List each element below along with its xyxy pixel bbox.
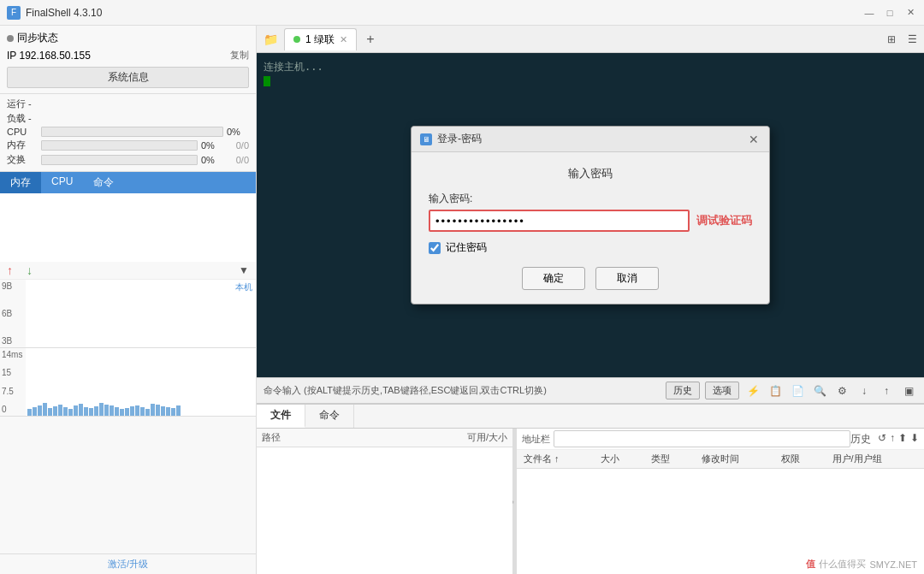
latency-bar-item	[115, 407, 119, 416]
local-file-panel: 路径 可用/大小	[257, 429, 513, 574]
metrics-section: 运行 - 负载 - CPU 0% 内存 0% 0/0 交换	[0, 94, 256, 172]
window-controls: — □ ✕	[862, 6, 917, 20]
latency-labels: 14ms 15 7.5 0	[0, 348, 26, 416]
search-icon-button[interactable]: 🔍	[811, 382, 828, 399]
copy-button[interactable]: 复制	[230, 49, 249, 62]
latency-bar-item	[145, 409, 150, 416]
cancel-button[interactable]: 取消	[595, 267, 659, 290]
latency-bar-item	[99, 403, 104, 416]
dialog-title: 登录-密码	[437, 132, 742, 146]
latency-ms-label: 14ms	[2, 350, 24, 359]
bottom-panel: 文件 命令 路径 可用/大小 地址栏	[257, 403, 924, 574]
watermark-logo: 值	[806, 558, 815, 571]
running-row: 运行 -	[7, 98, 249, 110]
tab-close-icon[interactable]: ✕	[340, 34, 347, 45]
swap-bar-container	[41, 155, 198, 165]
latency-bar-item	[84, 407, 88, 416]
col-size: 大小	[594, 450, 644, 469]
tab-command[interactable]: 命令	[83, 172, 124, 193]
latency-bar-item	[130, 406, 134, 416]
latency-bar-item	[48, 408, 52, 416]
terminal-icon-button[interactable]: ▣	[900, 382, 917, 399]
watermark-site: SMYZ.NET	[869, 559, 917, 570]
panel-divider[interactable]	[513, 429, 517, 574]
minimize-button[interactable]: —	[862, 6, 876, 20]
path-column-label: 路径	[262, 431, 281, 444]
add-tab-button[interactable]: +	[360, 29, 381, 50]
confirm-button[interactable]: 确定	[522, 267, 585, 290]
remember-password-label: 记住密码	[446, 240, 487, 255]
tab-memory[interactable]: 内存	[0, 172, 41, 193]
upload-file-icon[interactable]: ⬆	[898, 432, 907, 447]
download-icon-button[interactable]: ↓	[856, 382, 873, 399]
latency-bar-item	[79, 404, 83, 416]
dialog-icon: 🖥	[420, 133, 432, 145]
local-machine-label: 本机	[235, 281, 252, 293]
dialog-close-button[interactable]: ✕	[747, 133, 761, 146]
memory-ratio: 0/0	[223, 140, 249, 151]
latency-bar-item	[176, 405, 181, 416]
tab-action-buttons: ⊞ ☰	[883, 31, 921, 48]
net-graph: 本机	[26, 280, 256, 347]
paste-icon-button[interactable]: 📄	[789, 382, 806, 399]
dialog-title-bar: 🖥 登录-密码 ✕	[412, 127, 769, 152]
memory-value: 0%	[198, 140, 223, 151]
grid-view-button[interactable]: ⊞	[883, 31, 900, 48]
sidebar-top: 同步状态 IP 192.168.50.155 复制 系统信息	[0, 26, 256, 94]
password-input-row: 调试验证码	[429, 210, 752, 232]
upload-cmd-icon-button[interactable]: ↑	[878, 382, 895, 399]
latency-bar-item	[33, 407, 37, 416]
remember-password-checkbox[interactable]	[429, 242, 441, 254]
refresh-icon[interactable]: ↺	[878, 432, 886, 447]
latency-bar-item	[110, 405, 114, 416]
tab-cpu[interactable]: CPU	[41, 172, 83, 193]
right-tab-bar: 📁 1 绿联 ✕ + ⊞ ☰	[257, 26, 924, 53]
dialog-body: 输入密码 输入密码: 调试验证码 记住密码 确定 取消	[412, 152, 769, 304]
cpu-row: CPU 0%	[7, 127, 249, 137]
close-button[interactable]: ✕	[903, 6, 917, 20]
connection-tab[interactable]: 1 绿联 ✕	[284, 28, 357, 50]
tab-files[interactable]: 文件	[257, 405, 305, 428]
title-bar: F FinalShell 4.3.10 — □ ✕	[0, 0, 924, 26]
command-hint-text: 命令输入 (按ALT键提示历史,TAB键路径,ESC键返回,双击CTRL切换)	[264, 384, 660, 397]
latency-bar-item	[58, 405, 62, 416]
remember-password-row: 记住密码	[429, 240, 752, 255]
col-modified: 修改时间	[695, 450, 774, 469]
upload-arrow-icon: ↑	[7, 263, 13, 277]
watermark: 值 什么值得买 SMYZ.NET	[806, 558, 917, 571]
swap-label: 交换	[7, 153, 41, 166]
status-dot	[7, 35, 14, 42]
download-file-icon[interactable]: ⬇	[910, 432, 919, 447]
options-button[interactable]: 选项	[705, 382, 739, 399]
swap-ratio: 0/0	[223, 155, 249, 165]
col-user: 用户/用户组	[826, 450, 924, 469]
settings-icon-button[interactable]: ⚙	[833, 382, 850, 399]
tab-commands[interactable]: 命令	[305, 405, 354, 428]
upgrade-link[interactable]: 激活/升级	[0, 553, 256, 574]
copy-icon-button[interactable]: 📋	[767, 382, 784, 399]
load-row: 负载 -	[7, 112, 249, 125]
memory-bar-container	[41, 140, 198, 151]
sys-info-button[interactable]: 系统信息	[7, 67, 249, 88]
latency-bar-item	[166, 407, 170, 416]
address-bar-label: 地址栏	[522, 433, 550, 446]
connection-tab-label: 1 绿联	[305, 33, 335, 47]
latency-axis-0: 0	[2, 405, 24, 414]
maximize-button[interactable]: □	[883, 6, 897, 20]
up-icon[interactable]: ↑	[890, 432, 895, 447]
monitor-chart-area	[0, 193, 256, 262]
list-view-button[interactable]: ☰	[903, 31, 921, 48]
dialog-subtitle: 输入密码	[429, 166, 752, 181]
dialog-overlay: 🖥 登录-密码 ✕ 输入密码 输入密码: 调试验证码 记住密码	[257, 53, 924, 377]
history-button[interactable]: 历史	[666, 382, 700, 399]
password-input[interactable]	[429, 210, 690, 232]
latency-bar-item	[125, 408, 129, 416]
file-table-header: 文件名 ↑ 大小 类型 修改时间 权限 用户/用户组	[517, 450, 924, 469]
lightning-icon-button[interactable]: ⚡	[744, 382, 761, 399]
debug-code-label: 调试验证码	[696, 213, 752, 228]
bottom-content: 路径 可用/大小 地址栏 历史 ↺ ↑ ⬆	[257, 429, 924, 574]
latency-bar-item	[156, 405, 160, 416]
address-bar-input[interactable]	[554, 430, 850, 447]
history-label: 历史	[850, 432, 871, 447]
folder-icon-button[interactable]: 📁	[260, 29, 281, 50]
